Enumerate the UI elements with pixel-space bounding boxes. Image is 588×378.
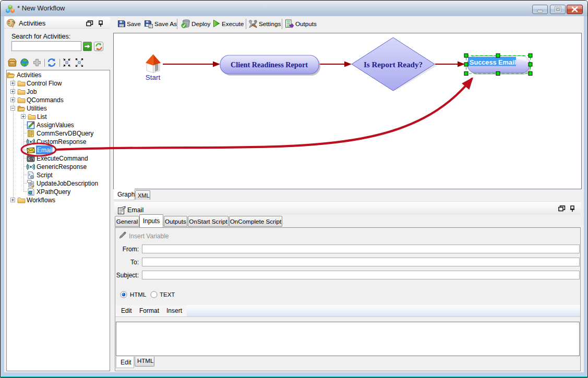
svg-text:Client Readiness Report: Client Readiness Report — [231, 60, 308, 69]
svg-text:Success Email: Success Email — [470, 58, 516, 66]
svg-text:Start: Start — [146, 74, 161, 81]
svg-text:Is Report Ready?: Is Report Ready? — [364, 60, 423, 69]
